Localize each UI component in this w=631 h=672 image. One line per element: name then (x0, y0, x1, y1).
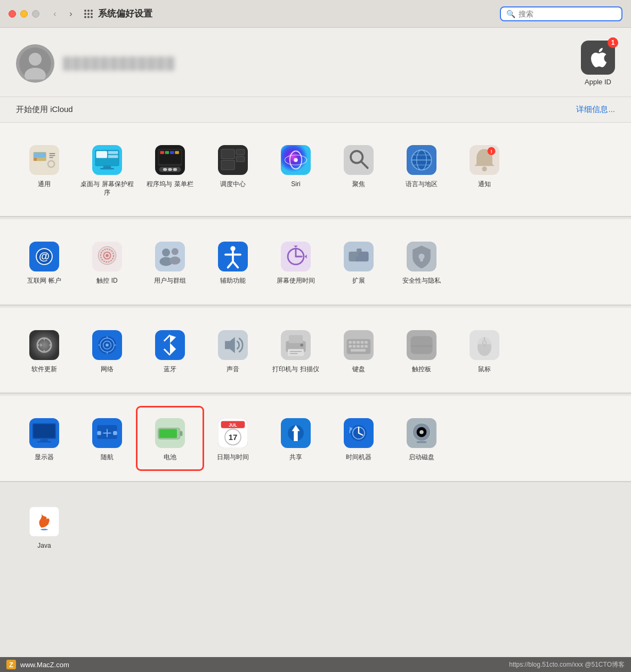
svg-point-68 (162, 249, 170, 257)
search-input[interactable] (519, 10, 616, 18)
pref-icon-security (406, 241, 438, 273)
pref-item-users[interactable]: 用户与群组 (139, 232, 201, 292)
pref-item-airdrop[interactable]: 随航 (76, 409, 139, 468)
pref-item-mission[interactable]: 调度中心 (201, 135, 264, 203)
apple-id-button[interactable]: 1 Apple ID (581, 41, 615, 86)
pref-item-mouse[interactable]: 鼠标 (453, 321, 516, 380)
apple-id-label: Apple ID (585, 78, 611, 86)
pref-item-accessibility[interactable]: 辅助功能 (201, 232, 264, 292)
pref-item-touch[interactable]: 触控 ID (76, 232, 139, 292)
pref-label-security: 安全性与隐私 (402, 277, 441, 285)
section3-items: 软件更新 网络 蓝牙 声音 打印机与 扫描仪 键盘 (13, 321, 618, 380)
pref-item-extensions[interactable]: 扩展 (327, 232, 390, 292)
pref-item-java[interactable]: Java (13, 497, 76, 557)
pref-item-screentime[interactable]: 屏幕使用时间 (264, 232, 327, 292)
forward-arrow[interactable]: › (64, 7, 78, 21)
pref-item-security[interactable]: 安全性与隐私 (390, 232, 453, 292)
svg-rect-32 (173, 168, 177, 171)
grid-view-icon[interactable] (84, 10, 93, 18)
pref-item-display[interactable]: 显示器 (13, 409, 76, 468)
pref-item-keyboard[interactable]: 键盘 (327, 321, 390, 380)
svg-rect-110 (289, 335, 303, 343)
svg-rect-126 (365, 345, 368, 348)
pref-label-users: 用户与群组 (154, 277, 186, 285)
pref-item-internet[interactable]: @ 互联网 帐户 (13, 232, 76, 292)
pref-label-sharing: 共享 (289, 453, 302, 462)
pref-icon-internet: @ (28, 241, 60, 273)
pref-item-sound[interactable]: 声音 (201, 321, 264, 380)
svg-rect-7 (34, 159, 37, 161)
pref-label-extensions: 扩展 (352, 277, 365, 285)
svg-rect-28 (175, 151, 179, 154)
pref-item-printer[interactable]: 打印机与 扫描仪 (264, 321, 327, 380)
zoom-button[interactable] (32, 10, 39, 18)
pref-item-notifications[interactable]: ! 通知 (453, 135, 516, 203)
svg-point-70 (172, 248, 179, 255)
svg-point-73 (230, 246, 235, 251)
bottom-items: Java (13, 497, 618, 557)
pref-item-software[interactable]: 软件更新 (13, 321, 76, 380)
pref-label-datetime: 日期与时间 (217, 453, 249, 462)
search-box[interactable]: 🔍 (500, 6, 622, 21)
watermark: Z www.MacZ.com https://blog.51cto.com/xx… (0, 657, 631, 672)
section-user: @ 互联网 帐户 触控 ID 用户与群组 辅助功能 屏幕使用时间 (0, 219, 631, 305)
pref-item-startup[interactable]: 启动磁盘 (390, 409, 453, 468)
svg-rect-26 (165, 151, 169, 154)
pref-icon-language (406, 144, 438, 176)
pref-icon-screentime (280, 241, 312, 273)
svg-rect-18 (96, 151, 107, 158)
pref-icon-siri (280, 144, 312, 176)
pref-label-java: Java (37, 542, 51, 550)
svg-point-1 (29, 53, 42, 66)
pref-item-network[interactable]: 网络 (76, 321, 139, 380)
pref-icon-timemachine (343, 417, 375, 449)
svg-rect-142 (97, 431, 101, 435)
close-button[interactable] (9, 10, 16, 18)
pref-item-language[interactable]: 语言与地区 (390, 135, 453, 203)
svg-rect-111 (288, 349, 304, 356)
back-arrow[interactable]: ‹ (48, 7, 62, 21)
window-title: 系统偏好设置 (98, 7, 152, 20)
pref-item-bluetooth[interactable]: 蓝牙 (139, 321, 201, 380)
pref-label-spotlight: 聚焦 (352, 180, 365, 189)
pref-label-airdrop: 随航 (101, 453, 114, 462)
pref-label-mission: 调度中心 (220, 180, 246, 189)
svg-rect-113 (290, 353, 298, 354)
pref-label-dock: 程序坞与 菜单栏 (147, 180, 193, 189)
pref-icon-notifications: ! (468, 144, 500, 176)
svg-rect-30 (163, 168, 167, 171)
svg-rect-5 (34, 153, 45, 157)
pref-icon-datetime: JUL17 (217, 417, 249, 449)
svg-rect-90 (29, 330, 59, 360)
pref-item-timemachine[interactable]: 时间机器 (327, 409, 390, 468)
pref-item-datetime[interactable]: JUL17 日期与时间 (201, 409, 264, 468)
pref-item-sharing[interactable]: 共享 (264, 409, 327, 468)
profile-left: ████████████ (16, 44, 175, 83)
pref-item-spotlight[interactable]: 聚焦 (327, 135, 390, 203)
svg-rect-119 (357, 341, 360, 343)
svg-rect-139 (37, 441, 51, 443)
svg-rect-120 (361, 341, 364, 343)
svg-rect-137 (33, 425, 55, 438)
pref-item-trackpad[interactable]: 触控板 (390, 321, 453, 380)
section-personalization: 通用 桌面与 屏幕保护程序 程序坞与 菜单栏 调度中心 Siri (0, 123, 631, 217)
svg-point-164 (419, 430, 423, 434)
pref-item-general[interactable]: 通用 (13, 135, 76, 203)
pref-icon-general (28, 144, 60, 176)
pref-icon-printer (280, 329, 312, 361)
minimize-button[interactable] (20, 10, 28, 18)
pref-item-battery[interactable]: 电池 (139, 409, 201, 468)
svg-text:JUL: JUL (229, 422, 237, 428)
pref-item-desktop[interactable]: 桌面与 屏幕保护程序 (76, 135, 139, 203)
pref-item-siri[interactable]: Siri (264, 135, 327, 203)
pref-item-dock[interactable]: 程序坞与 菜单栏 (139, 135, 201, 203)
svg-rect-31 (168, 168, 172, 171)
icloud-section: 开始使用 iCloud 详细信息... (0, 97, 631, 123)
svg-rect-146 (180, 431, 183, 436)
search-icon: 🔍 (506, 10, 515, 18)
svg-rect-9 (49, 155, 55, 156)
icloud-details-link[interactable]: 详细信息... (576, 105, 615, 115)
svg-rect-8 (49, 153, 55, 154)
svg-rect-10 (49, 157, 53, 158)
pref-icon-mouse (468, 329, 500, 361)
